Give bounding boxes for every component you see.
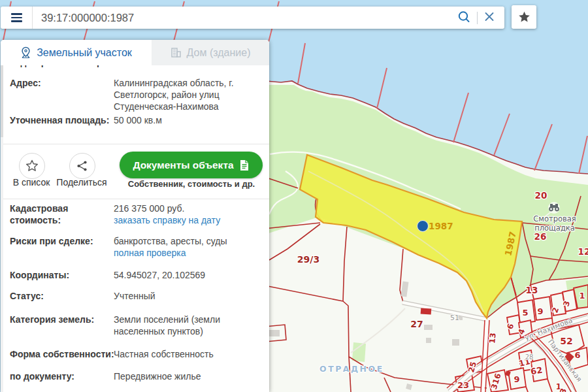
row-value: Частная собственность [114,348,265,360]
cadastral-map-app: 29/3272026121359231645261128629316232513… [0,0,588,392]
tab-land-parcel[interactable]: Земельный участок [1,40,152,65]
tab-label: Дом (здание) [187,47,251,59]
row-label: Уточненная площадь: [10,114,114,126]
map-label: 20 [535,190,547,201]
row-label: Координаты: [10,269,114,281]
row-value: Передвижное жилье [114,370,265,382]
share-label: Поделиться [56,177,106,188]
map-label: 12 [578,246,588,257]
star-icon [518,11,531,23]
row-value: 54.945027, 20.102569 [114,269,265,281]
row-label: Категория земель: [10,314,114,325]
map-label: площадка [534,223,575,233]
divider [1,199,269,199]
map-label: 1987 [429,221,453,231]
map-label: 29/3 [297,254,319,265]
map-label: 9 [537,306,543,316]
row-label: Адрес: [10,77,114,89]
magnifier-icon [457,10,471,24]
map-label: 27 [410,319,423,329]
row-value: Земли поселений (земли населенных пункто… [114,314,265,337]
add-to-list-label: В список [13,177,50,188]
divider [477,12,478,24]
row-label: Риски при сделке: [10,235,114,247]
close-icon [484,12,495,22]
favorites-button[interactable] [512,5,536,29]
binoculars-icon [548,202,560,214]
panel-tabs: Земельный участок Дом (здание) [1,40,269,65]
object-documents-button[interactable]: Документы объекта [120,152,263,178]
map-green-patch [352,342,366,362]
map-label: 6 [574,350,580,360]
cost-report-link[interactable]: заказать справку на дату [114,215,220,225]
row-label: Статус: [10,290,114,302]
star-outline-icon [25,159,39,172]
map-pin-icon [20,46,31,59]
row-value: Калининградская область, г. Светлогорск,… [114,77,265,112]
map-label: ОТРАДНОЕ [319,364,384,374]
row-value: 216 375 000 руб. заказать справку на дат… [114,203,265,226]
map-label: 26 [534,231,547,242]
search-bar [1,7,504,29]
divider [1,144,269,144]
cost-value: 216 375 000 руб. [114,203,184,214]
search-input[interactable] [33,12,504,24]
share-icon [76,160,88,172]
row-value: банкротства, аресты, суды полная проверк… [114,235,265,259]
clear-search-button[interactable] [484,12,495,24]
building-icon [171,47,182,58]
row-label: Форма собственности: [10,348,114,360]
document-icon [239,159,250,171]
row-value: 50 000 кв.м [114,114,265,126]
row-label: Кадастровый номер: [10,65,114,67]
parcel-marker-dot[interactable] [417,221,429,232]
panel-scroll-thumb[interactable] [1,65,3,137]
panel-content: Кадастровый номер: Адрес: Калининградска… [1,65,269,392]
map-label: 62 [530,365,543,377]
map-label: 5 [522,308,528,318]
row-value: Учтенный [114,290,265,302]
add-to-list-button[interactable] [19,153,45,179]
map-label: 1 [579,291,585,301]
map-label: 28 [525,353,534,361]
map-label: 13 [526,285,538,295]
panel-scrollbar[interactable] [1,65,3,392]
risks-value: банкротства, аресты, суды [114,236,227,246]
map-label: 13 [487,333,497,344]
tab-house-building[interactable]: Дом (здание) [152,40,269,65]
parcel-info-panel: Земельный участок Дом (здание) Кадастров… [1,40,269,392]
clipped-row: Кадастровый номер: [10,65,258,68]
map-label: 51 [450,314,459,322]
map-label: 9 [514,374,519,384]
documents-button-label: Документы объекта [133,159,233,171]
map-label: 23 [457,380,469,390]
map-label: 52 [560,336,572,346]
tab-label: Земельный участок [37,47,132,59]
menu-button[interactable] [1,7,32,29]
full-check-link[interactable]: полная проверка [114,248,186,258]
row-label: по документу: [10,370,114,382]
share-button[interactable] [69,153,95,179]
documents-button-subtitle: Собственник, стоимость и др. [120,179,263,189]
map-label: Смотровая [533,214,576,223]
row-label: Кадастровая стоимость: [10,203,114,226]
search-button[interactable] [457,10,471,26]
